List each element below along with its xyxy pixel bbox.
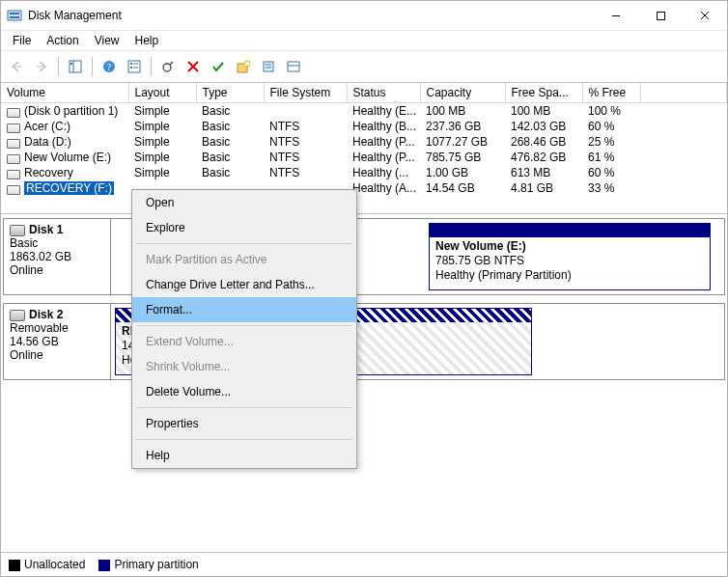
svg-rect-23 (264, 62, 273, 71)
volume-icon (7, 107, 20, 117)
ctx-mark-active[interactable]: Mark Partition as Active (132, 247, 356, 272)
table-row[interactable]: Acer (C:)SimpleBasicNTFSHealthy (B...237… (1, 119, 727, 134)
menu-help[interactable]: Help (127, 32, 167, 49)
col-capacity[interactable]: Capacity (420, 83, 505, 103)
volume-icon (7, 184, 20, 194)
svg-rect-12 (128, 61, 140, 72)
disk-info: Disk 2Removable14.56 GBOnline (4, 304, 111, 379)
col-pfree[interactable]: % Free (582, 83, 640, 103)
menu-action[interactable]: Action (39, 32, 86, 49)
new-volume-button[interactable] (232, 55, 255, 78)
table-row[interactable]: RECOVERY (F:)Healthy (A...14.54 GB4.81 G… (1, 180, 727, 196)
col-status[interactable]: Status (347, 83, 420, 103)
column-headers[interactable]: Volume Layout Type File System Status Ca… (1, 83, 727, 103)
volume-icon (7, 138, 20, 148)
volume-icon (7, 153, 20, 163)
table-row[interactable]: RecoverySimpleBasicNTFSHealthy (...1.00 … (1, 165, 727, 180)
legend-primary-partition: Primary partition (98, 558, 198, 571)
table-row[interactable]: New Volume (E:)SimpleBasicNTFSHealthy (P… (1, 150, 727, 165)
back-button[interactable] (5, 55, 28, 78)
disk-icon (10, 308, 25, 321)
ctx-explore[interactable]: Explore (132, 215, 356, 240)
svg-rect-1 (10, 13, 19, 14)
toolbar: ? (1, 51, 727, 83)
svg-text:?: ? (107, 62, 112, 72)
svg-rect-0 (8, 11, 21, 20)
ctx-properties[interactable]: Properties (132, 411, 356, 436)
titlebar: Disk Management (1, 1, 727, 31)
disk-icon (10, 223, 25, 236)
legend-unallocated: Unallocated (9, 558, 85, 571)
table-row[interactable]: Data (D:)SimpleBasicNTFSHealthy (P...107… (1, 134, 727, 150)
disk-row: Disk 1Basic1863.02 GBOnlineNew Volume (E… (3, 218, 725, 295)
close-button[interactable] (683, 1, 727, 30)
svg-rect-4 (657, 12, 664, 19)
minimize-button[interactable] (594, 1, 638, 30)
maximize-button[interactable] (638, 1, 683, 30)
help-button[interactable]: ? (98, 55, 121, 78)
ctx-shrink-volume[interactable]: Shrink Volume... (132, 354, 356, 379)
show-hide-tree-button[interactable] (64, 55, 87, 78)
svg-point-22 (244, 61, 250, 67)
svg-rect-2 (10, 16, 19, 18)
menu-view[interactable]: View (87, 32, 127, 49)
svg-point-17 (163, 64, 171, 71)
table-row[interactable]: (Disk 0 partition 1)SimpleBasicHealthy (… (1, 103, 727, 120)
ctx-delete-volume[interactable]: Delete Volume... (132, 379, 356, 404)
col-fs[interactable]: File System (264, 83, 347, 103)
properties-button[interactable] (257, 55, 280, 78)
partition[interactable]: New Volume (E:)785.75 GB NTFSHealthy (Pr… (429, 223, 711, 290)
svg-rect-14 (130, 67, 132, 69)
forward-button[interactable] (30, 55, 53, 78)
svg-rect-26 (288, 62, 299, 71)
ctx-extend-volume[interactable]: Extend Volume... (132, 329, 356, 354)
svg-line-18 (170, 62, 173, 65)
svg-rect-9 (70, 63, 72, 65)
menubar: File Action View Help (1, 31, 727, 51)
context-menu: Open Explore Mark Partition as Active Ch… (131, 189, 357, 469)
delete-button[interactable] (182, 55, 205, 78)
svg-rect-7 (70, 61, 81, 72)
refresh-button[interactable] (156, 55, 180, 78)
col-free[interactable]: Free Spa... (505, 83, 582, 103)
disk-management-window: Disk Management File Action View Help ? (0, 0, 728, 577)
col-volume[interactable]: Volume (1, 83, 128, 103)
volume-icon (7, 123, 20, 132)
list-button[interactable] (282, 55, 305, 78)
menu-file[interactable]: File (5, 32, 39, 49)
col-layout[interactable]: Layout (128, 83, 196, 103)
window-controls (594, 1, 727, 30)
disk-row: Disk 2Removable14.56 GBOnlineRECOVERY (F… (3, 303, 725, 380)
volume-list[interactable]: Volume Layout Type File System Status Ca… (1, 83, 727, 214)
window-title: Disk Management (28, 9, 594, 22)
disk-info: Disk 1Basic1863.02 GBOnline (4, 219, 111, 294)
ctx-help[interactable]: Help (132, 443, 356, 468)
col-type[interactable]: Type (196, 83, 264, 103)
ctx-open[interactable]: Open (132, 190, 356, 215)
ctx-change-letter[interactable]: Change Drive Letter and Paths... (132, 272, 356, 297)
legend: Unallocated Primary partition (1, 553, 727, 576)
disk-graphical-view[interactable]: Disk 1Basic1863.02 GBOnlineNew Volume (E… (1, 214, 727, 553)
app-icon (7, 8, 22, 23)
action-check-button[interactable] (207, 55, 230, 78)
ctx-format[interactable]: Format... (132, 297, 356, 322)
volume-icon (7, 169, 20, 179)
svg-rect-13 (130, 63, 132, 65)
settings-button[interactable] (123, 55, 146, 78)
